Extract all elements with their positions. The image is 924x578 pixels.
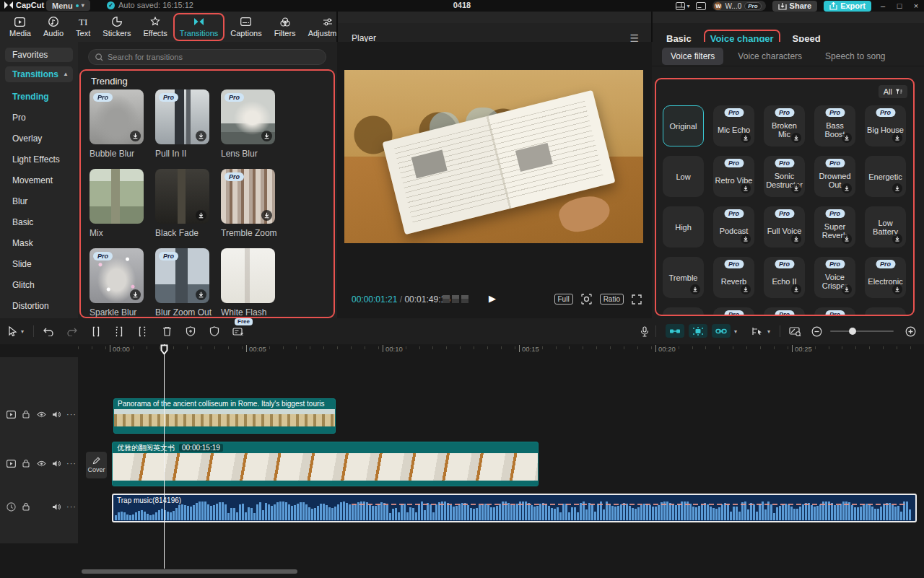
sidebar-item-slide[interactable]: Slide [0,254,78,275]
track-more-icon[interactable]: ··· [66,410,77,419]
export-button[interactable]: Export [824,1,871,12]
voice-filter-card[interactable]: ProBig House [865,105,906,146]
transition-card[interactable]: Black Fade [155,169,209,238]
download-icon[interactable] [892,234,902,244]
sidebar-item-pro[interactable]: Pro [0,108,78,128]
tab-transitions[interactable]: Transitions [176,15,222,39]
subtab-voice-filters[interactable]: Voice filters [662,48,723,65]
voice-filter-card[interactable]: Tremble [663,257,704,298]
download-icon[interactable] [741,284,751,294]
tab-media[interactable]: Media [6,15,35,39]
tab-text[interactable]: TI Text [72,15,94,39]
transition-card[interactable]: Pro Tremble Zoom [221,169,275,238]
horizontal-scrollbar[interactable] [82,569,297,574]
select-tool-icon[interactable] [6,325,19,338]
voice-filter-card[interactable]: Low [663,156,704,197]
tab-effects[interactable]: Effects [139,15,170,39]
voice-filter-card[interactable]: ProSuper Reverb [814,206,855,248]
download-icon[interactable] [892,133,902,143]
transition-card[interactable]: Mix [90,169,144,238]
download-icon[interactable] [130,131,141,141]
magnetic-snap-toggle[interactable] [666,324,684,338]
close-button[interactable]: × [911,1,921,10]
download-icon[interactable] [261,131,272,141]
sidebar-item-distortion[interactable]: Distortion [0,296,78,317]
tab-audio[interactable]: Audio [40,15,67,39]
voice-filter-card-partial[interactable]: Pro [764,307,805,316]
filter-all-button[interactable]: All [879,85,907,98]
layout-switch-button[interactable]: ▾ [676,2,689,10]
undo-icon[interactable] [42,325,55,338]
select-tool-chevron[interactable]: ▾ [19,325,26,338]
download-icon[interactable] [690,284,700,294]
voice-filter-card[interactable]: ProReverb [713,257,754,298]
audio-clip[interactable]: Trap music(814196) [112,494,917,522]
voice-filter-card[interactable]: ProEcho II [764,257,805,298]
ratio-button[interactable]: Ratio [600,294,624,305]
panel-toggle-button[interactable] [696,2,706,10]
track-more-icon[interactable]: ··· [66,459,77,468]
mask-icon[interactable] [208,325,221,338]
split-icon[interactable] [90,325,103,338]
sidebar-item-glitch[interactable]: Glitch [0,275,78,296]
download-icon[interactable] [842,133,852,143]
lock-icon[interactable] [21,458,31,468]
visibility-eye-icon[interactable] [36,458,46,468]
voice-filter-card[interactable]: ProFull Voice [764,206,805,248]
play-button[interactable]: ▶ [489,293,496,304]
voice-filter-card[interactable]: ProBass Boost [814,105,855,146]
voice-filter-card[interactable]: ProSonic Destructor [764,156,805,197]
minimize-button[interactable]: – [878,1,888,10]
sidebar-item-trending[interactable]: Trending [0,87,78,108]
visibility-eye-icon[interactable] [36,409,46,419]
voice-filter-card[interactable]: ProDrowned Out [814,156,855,197]
download-icon[interactable] [842,234,852,244]
fullscreen-icon[interactable] [632,294,642,305]
download-icon[interactable] [892,183,902,193]
download-icon[interactable] [842,284,852,294]
lock-icon[interactable] [21,502,31,512]
voice-filter-card[interactable]: Energetic [865,156,906,197]
transitions-search[interactable] [88,49,326,65]
transition-card[interactable]: White Flash [221,248,275,318]
download-icon[interactable] [741,183,751,193]
account-button[interactable]: W W...0 Pro [712,1,765,11]
link-clips-chevron[interactable]: ▾ [732,325,739,338]
voice-filter-card-partial[interactable] [865,307,906,316]
sidebar-item-movement[interactable]: Movement [0,170,78,191]
sidebar-item-basic[interactable]: Basic [0,212,78,233]
transition-card[interactable]: Pro Sparkle Blur [90,248,144,318]
transition-card[interactable]: Pro Blur Zoom Out [155,248,209,318]
tab-filters[interactable]: Filters [271,15,300,39]
sidebar-favorites[interactable]: Favorites [5,48,73,62]
auto-snap-toggle[interactable] [689,324,707,338]
cover-button[interactable]: Cover [86,452,107,478]
track-more-icon[interactable]: ··· [66,502,77,511]
track-pointer-chevron[interactable]: ▾ [765,325,772,338]
voice-filter-card[interactable]: ProRetro Vibe [713,156,754,197]
sidebar-group-transitions[interactable]: Transitions ▴ [5,66,73,82]
cutout-icon[interactable] [184,325,197,338]
voice-filter-card[interactable]: ProMic Echo [713,105,754,146]
maximize-button[interactable]: □ [894,1,905,10]
lock-icon[interactable] [21,409,31,419]
full-button[interactable]: Full [554,294,573,305]
download-icon[interactable] [791,234,801,244]
timeline-preview-icon[interactable] [788,325,801,338]
download-icon[interactable] [842,183,852,193]
trim-left-icon[interactable] [113,325,126,338]
transition-card[interactable]: Pro Pull In II [155,89,209,159]
timeline[interactable]: 00:0000:0500:1000:1500:2000:25 ··· ··· ·… [0,344,924,578]
download-icon[interactable] [791,284,801,294]
download-icon[interactable] [791,183,801,193]
mute-speaker-icon[interactable] [51,458,61,468]
share-button[interactable]: Share [772,1,818,12]
download-icon[interactable] [196,210,206,221]
sidebar-item-overlay[interactable]: Overlay [0,128,78,149]
subtab-speech-to-song[interactable]: Speech to song [816,48,894,65]
playhead-line[interactable] [164,344,165,569]
transition-card[interactable]: Pro Bubble Blur [90,89,144,159]
voice-filter-card[interactable]: Low Battery [865,206,906,248]
download-icon[interactable] [741,234,751,244]
link-clips-toggle[interactable] [712,324,731,338]
